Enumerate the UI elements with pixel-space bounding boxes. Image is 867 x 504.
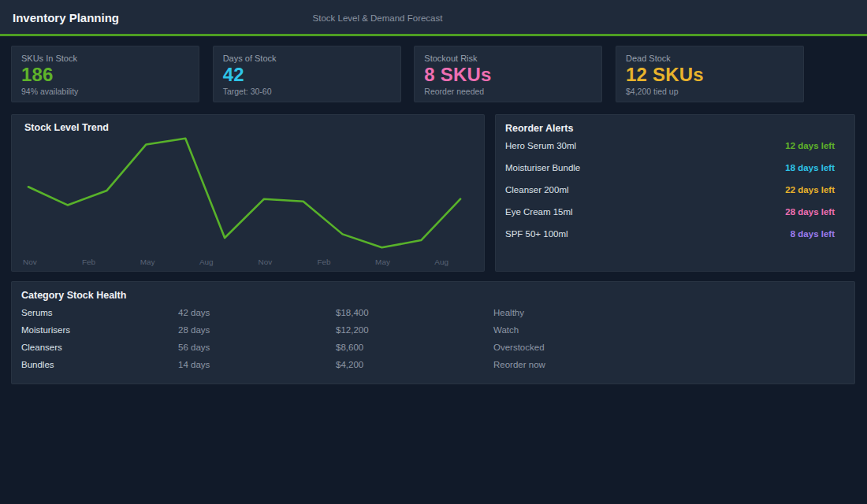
alerts-list: Hero Serum 30ml 12 days left Moisturiser…	[496, 135, 854, 245]
kpi-value: 8 SKUs	[424, 64, 592, 86]
cell-status: Healthy	[493, 308, 854, 317]
kpi-value: 42	[223, 64, 391, 86]
table-body: Serums 42 days $18,400 Healthy Moisturis…	[12, 304, 854, 373]
page-subtitle: Stock Level & Demand Forecast	[313, 13, 443, 23]
kpi-sub: $4,200 tied up	[626, 87, 794, 96]
alert-days-left: 28 days left	[785, 207, 835, 217]
kpi-card: Days of Stock 42 Target: 30-60	[213, 46, 401, 102]
kpi-card: Stockout Risk 8 SKUs Reorder needed	[414, 46, 602, 102]
x-axis-label: May	[140, 258, 155, 266]
x-axis-label: Nov	[258, 258, 272, 266]
kpi-card: Dead Stock 12 SKUs $4,200 tied up	[616, 46, 804, 102]
table-title: Category Stock Health	[21, 290, 845, 301]
kpi-card: SKUs In Stock 186 94% availability	[11, 46, 199, 102]
kpi-label: Days of Stock	[223, 54, 391, 63]
alert-product-name: Cleanser 200ml	[505, 185, 569, 195]
alert-product-name: SPF 50+ 100ml	[505, 229, 568, 239]
cell-value: $18,400	[336, 308, 493, 317]
alert-row: Moisturiser Bundle 18 days left	[496, 157, 854, 179]
table-row: Serums 42 days $18,400 Healthy	[12, 304, 854, 321]
alert-days-left: 12 days left	[785, 141, 835, 150]
kpi-row: SKUs In Stock 186 94% availability Days …	[11, 46, 804, 102]
kpi-sub: 94% availability	[21, 87, 189, 96]
alert-row: Hero Serum 30ml 12 days left	[496, 135, 854, 157]
x-axis-label: Aug	[199, 258, 214, 266]
x-axis-label: May	[375, 258, 390, 266]
cell-value: $4,200	[336, 360, 493, 369]
stock-trend-chart: NovFebMayAugNovFebMayAug	[12, 115, 484, 271]
cell-status: Overstocked	[493, 343, 854, 352]
x-axis-label: Aug	[434, 258, 448, 266]
x-axis-label: Feb	[317, 258, 331, 266]
cell-category: Cleansers	[21, 343, 178, 352]
alert-product-name: Hero Serum 30ml	[505, 141, 576, 150]
kpi-sub: Reorder needed	[424, 87, 592, 96]
alert-row: Cleanser 200ml 22 days left	[496, 179, 854, 201]
header: Inventory Planning Stock Level & Demand …	[0, 0, 867, 36]
kpi-value: 186	[21, 64, 189, 86]
kpi-value: 12 SKUs	[626, 64, 794, 86]
alert-product-name: Eye Cream 15ml	[505, 207, 573, 217]
table-row: Cleansers 56 days $8,600 Overstocked	[12, 339, 854, 356]
alert-days-left: 18 days left	[785, 163, 835, 172]
kpi-label: Stockout Risk	[424, 54, 592, 63]
cell-category: Moisturisers	[21, 325, 178, 335]
cell-days: 56 days	[178, 343, 336, 352]
x-axis-label: Nov	[23, 258, 37, 266]
category-health-panel: Category Stock Health Serums 42 days $18…	[11, 281, 855, 384]
alert-row: SPF 50+ 100ml 8 days left	[496, 223, 854, 245]
table-row: Bundles 14 days $4,200 Reorder now	[12, 356, 854, 373]
alert-product-name: Moisturiser Bundle	[505, 163, 580, 172]
cell-category: Bundles	[21, 360, 178, 369]
cell-value: $12,200	[336, 325, 493, 335]
cell-value: $8,600	[336, 343, 493, 352]
page-title: Inventory Planning	[13, 11, 119, 24]
cell-status: Reorder now	[493, 360, 854, 369]
cell-days: 28 days	[178, 325, 336, 335]
kpi-label: SKUs In Stock	[21, 54, 189, 63]
trend-line	[28, 139, 460, 248]
stock-trend-panel: Stock Level Trend NovFebMayAugNovFebMayA…	[11, 114, 485, 272]
alert-row: Eye Cream 15ml 28 days left	[496, 201, 854, 223]
kpi-sub: Target: 30-60	[223, 87, 391, 96]
cell-category: Serums	[21, 308, 178, 317]
table-row: Moisturisers 28 days $12,200 Watch	[12, 321, 854, 339]
cell-status: Watch	[493, 325, 854, 335]
chart-title: Stock Level Trend	[24, 122, 109, 133]
cell-days: 14 days	[178, 360, 336, 369]
x-axis-label: Feb	[82, 258, 96, 266]
kpi-label: Dead Stock	[626, 54, 794, 63]
alerts-title: Reorder Alerts	[505, 123, 845, 134]
alert-days-left: 8 days left	[791, 229, 835, 239]
cell-days: 42 days	[178, 308, 336, 317]
alert-days-left: 22 days left	[785, 185, 835, 195]
reorder-alerts-panel: Reorder Alerts Hero Serum 30ml 12 days l…	[495, 114, 855, 272]
